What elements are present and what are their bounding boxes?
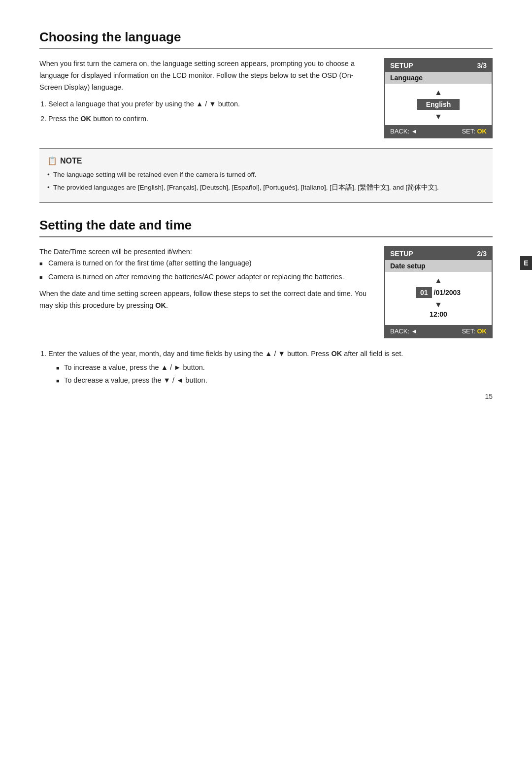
step1-sub-bullets: To increase a value, press the ▲ / ► but… [48,362,493,387]
camera-ui-1-center: ▲ English ▼ [385,84,492,125]
section2-ok: OK [155,301,166,309]
section2-text: The Date/Time screen will be presented i… [39,246,369,312]
camera-ui-1-arrow-down: ▼ [390,112,487,121]
section2-title: Setting the date and time [39,218,493,233]
note-item-1: The language setting will be retained ev… [47,169,485,180]
step2-ok-label: OK [80,115,91,123]
camera-ui-1-selected-lang: English [417,99,460,110]
note-list: The language setting will be retained ev… [47,169,485,193]
step1-part2: button. Press [287,350,329,358]
camera-ui-2-setup-label: SETUP [390,250,413,258]
camera-ui-1-back: BACK: ◄ [390,128,418,135]
camera-ui-2-footer: BACK: ◄ SET: OK [385,325,492,337]
note-section: 📋 NOTE The language setting will be reta… [39,148,493,202]
section1-title: Choosing the language [39,30,493,45]
section1-step2: Press the OK button to confirm. [48,113,369,125]
camera-ui-2-page: 2/3 [477,250,487,258]
camera-ui-1-setup-label: SETUP [390,62,413,69]
step1-part3: after all field is set. [344,350,403,358]
camera-ui-2-back: BACK: ◄ [390,327,418,335]
camera-ui-2-date-rest: /01/2003 [434,289,461,296]
camera-ui-2-time: 12:00 [430,310,447,318]
section1-body: When you first turn the camera on, the l… [39,58,369,94]
section2-body: The Date/Time screen will be presented i… [39,246,369,258]
section2-divider [39,236,493,237]
section2-bullet-1: Camera is turned on for the first time (… [39,258,369,269]
step2-text-part2: button to confirm. [93,115,148,123]
camera-ui-2-row-label: Date setup [385,260,492,272]
camera-ui-date: SETUP 2/3 Date setup ▲ 01 /01/2003 ▼ 12:… [384,246,493,338]
step1-text-part1: Select a language that you prefer by usi… [48,100,194,108]
step1-arrows: ▲ / ▼ [265,350,287,358]
section2-para2-text: When the date and time setting screen ap… [39,290,366,309]
note-item-2: The provided languages are [English], [F… [47,182,485,193]
camera-ui-1-header: SETUP 3/3 [385,59,492,72]
camera-ui-2-arrow-up: ▲ [390,276,487,285]
steps-list: Enter the values of the year, month, day… [39,348,493,387]
section2-para2: When the date and time setting screen ap… [39,288,369,312]
section2-bullets: Camera is turned on for the first time (… [39,258,369,283]
sub-bullet-1: To increase a value, press the ▲ / ► but… [56,362,493,374]
step2-text-part1: Press the [48,115,78,123]
step1-arrows: ▲ / ▼ [196,100,216,108]
camera-ui-2-center: ▲ 01 /01/2003 ▼ 12:00 [385,272,492,325]
camera-ui-language: SETUP 3/3 Language ▲ English ▼ BACK: ◄ S… [384,58,493,138]
note-title-text: NOTE [60,157,82,165]
camera-ui-1-set: SET: OK [462,128,487,135]
step-1: Enter the values of the year, month, day… [48,348,493,387]
camera-ui-2-arrow-down: ▼ [390,300,487,309]
camera-ui-1-page: 3/3 [477,62,487,69]
step1-ok: OK [331,350,342,358]
steps-section: Enter the values of the year, month, day… [39,348,493,387]
camera-ui-1-row-label: Language [385,72,492,84]
section1-text: When you first turn the camera on, the l… [39,58,369,128]
camera-ui-1-arrow-up: ▲ [390,88,487,97]
step1-button-label: button. [218,100,240,108]
camera-ui-2-day: 01 [416,287,432,298]
section2-bullet-2: Camera is turned on after removing the b… [39,271,369,283]
e-section-marker: E [520,256,532,270]
section2: Setting the date and time The Date/Time … [39,218,493,387]
page-number: 15 [485,392,493,400]
note-icon: 📋 [47,156,57,165]
step1-main-text: Enter the values of the year, month, day… [48,350,263,358]
section1-divider [39,48,493,49]
camera-ui-1-footer: BACK: ◄ SET: OK [385,125,492,137]
camera-ui-2-header: SETUP 2/3 [385,247,492,260]
camera-ui-2-set: SET: OK [462,327,487,335]
section1-step1: Select a language that you prefer by usi… [48,98,369,110]
note-title: 📋 NOTE [47,156,485,165]
section1-steps: Select a language that you prefer by usi… [39,98,369,125]
sub-bullet-2: To decrease a value, press the ▼ / ◄ but… [56,375,493,387]
